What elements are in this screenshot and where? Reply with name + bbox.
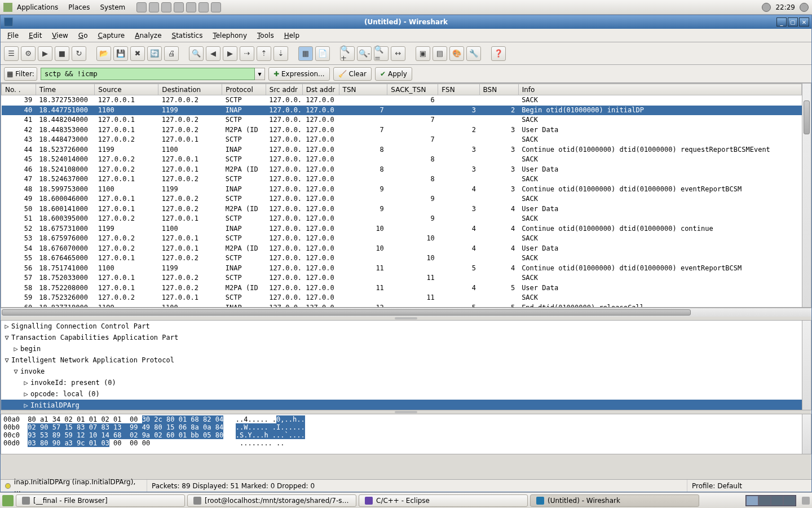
restart-capture-button[interactable]: ↻ (72, 46, 86, 61)
launcher-icon[interactable] (186, 2, 196, 12)
column-header[interactable]: Src addr (266, 84, 302, 95)
packet-row[interactable]: 4818.59975300011001199INAP127.0.0.127.0.… (2, 185, 802, 195)
gnome-menu-applications[interactable]: Applications (3, 2, 60, 12)
packet-row[interactable]: 5418.676070000127.0.0.2127.0.0.1M2PA (ID… (2, 244, 802, 254)
packet-row[interactable]: 5218.67573100011991100INAP127.0.0.127.0.… (2, 224, 802, 234)
taskbar-item[interactable]: [__final - File Browser] (16, 494, 185, 507)
menu-file[interactable]: File (3, 30, 23, 41)
show-desktop-button[interactable] (2, 495, 14, 506)
find-packet-button[interactable]: 🔍 (189, 46, 204, 61)
minimize-button[interactable]: _ (776, 17, 787, 27)
menu-analyze[interactable]: Analyze (130, 30, 166, 41)
zoom-100-button[interactable]: 🔍= (374, 46, 389, 61)
print-button[interactable]: 🖨 (164, 46, 179, 61)
gnome-menu-system[interactable]: System (98, 2, 127, 12)
menu-capture[interactable]: Capture (93, 30, 129, 41)
packet-details-pane[interactable]: ▷Signalling Connection Control Part▽Tran… (1, 320, 811, 410)
expand-arrow-icon[interactable]: ▷ (23, 379, 29, 387)
tree-node[interactable]: ▷invokeId: present (0) (1, 377, 811, 388)
reload-button[interactable]: 🔄 (147, 46, 162, 61)
volume-icon[interactable] (800, 3, 809, 12)
menu-telephony[interactable]: Telephony (208, 30, 251, 41)
go-last-button[interactable]: ⇣ (273, 46, 288, 61)
packet-row[interactable]: 5118.600395000127.0.0.2127.0.0.1SCTP127.… (2, 214, 802, 224)
tree-node[interactable]: ▷InitialDPArg (1, 400, 811, 410)
menu-help[interactable]: Help (280, 30, 304, 41)
display-filter-input[interactable] (41, 68, 255, 80)
go-first-button[interactable]: ⇡ (257, 46, 271, 61)
tree-node[interactable]: ▽Transaction Capabilities Application Pa… (1, 332, 811, 343)
zoom-in-button[interactable]: 🔍+ (340, 46, 355, 61)
tree-node[interactable]: ▽Intelligent Network Application Protoco… (1, 354, 811, 366)
packet-row[interactable]: 5618.75174100011001199INAP127.0.0.127.0.… (2, 264, 802, 274)
packet-row[interactable]: 6018.82771800011991100INAP127.0.0.127.0.… (2, 303, 802, 308)
taskbar-item[interactable]: C/C++ - Eclipse (359, 494, 528, 507)
column-header[interactable]: No. . (2, 84, 36, 95)
go-back-button[interactable]: ◀ (206, 46, 220, 61)
expand-arrow-icon[interactable]: ▷ (23, 401, 29, 409)
launcher-icon[interactable] (136, 2, 147, 12)
help-button[interactable]: ❓ (491, 46, 506, 61)
packet-row[interactable]: 5718.752033000127.0.0.1127.0.0.2SCTP127.… (2, 273, 802, 283)
trash-icon[interactable] (802, 497, 810, 505)
expand-arrow-icon[interactable]: ▷ (23, 390, 29, 398)
auto-scroll-button[interactable]: 📄 (315, 46, 330, 61)
packet-row[interactable]: 4718.524637000127.0.0.1127.0.0.2SCTP127.… (2, 174, 802, 185)
packet-row[interactable]: 4118.448204000127.0.0.1127.0.0.2SCTP127.… (2, 115, 802, 125)
resize-columns-button[interactable]: ↔ (391, 46, 405, 61)
packet-row[interactable]: 5518.676465000127.0.0.1127.0.0.2SCTP127.… (2, 253, 802, 264)
column-header[interactable]: Source (95, 84, 158, 95)
packet-list-hscrollbar[interactable] (1, 308, 811, 317)
packet-row[interactable]: 4618.524108000127.0.0.2127.0.0.1M2PA (ID… (2, 165, 802, 175)
capture-options-button[interactable]: ⚙ (21, 46, 36, 61)
column-header[interactable]: Time (36, 84, 95, 95)
expression-button[interactable]: ✚ Expression... (268, 67, 330, 81)
expand-arrow-icon[interactable]: ▷ (12, 345, 19, 353)
gnome-menu-places[interactable]: Places (66, 2, 92, 12)
column-header[interactable]: TSN (339, 84, 387, 95)
packet-row[interactable]: 4218.448353000127.0.0.1127.0.0.2M2PA (ID… (2, 125, 802, 135)
clear-filter-button[interactable]: 🧹 Clear (333, 67, 372, 81)
column-header[interactable]: Dst addr (302, 84, 339, 95)
titlebar[interactable]: (Untitled) - Wireshark _ ▢ ✕ (1, 15, 811, 29)
menu-tools[interactable]: Tools (253, 30, 279, 41)
preferences-button[interactable]: 🔧 (466, 46, 481, 61)
menu-edit[interactable]: Edit (24, 30, 46, 41)
filter-dropdown-button[interactable]: ▾ (255, 68, 265, 80)
start-capture-button[interactable]: ▶ (38, 46, 52, 61)
packet-row[interactable]: 4918.600046000127.0.0.1127.0.0.2SCTP127.… (2, 194, 802, 204)
status-expert-info[interactable]: inap.InitialDPArg (inap.InitialDPArg), … (1, 480, 147, 492)
packet-list-header[interactable]: No. .TimeSourceDestinationProtocolSrc ad… (2, 84, 802, 95)
go-forward-button[interactable]: ▶ (223, 46, 237, 61)
expand-arrow-icon[interactable]: ▷ (3, 322, 10, 330)
taskbar-item-active[interactable]: (Untitled) - Wireshark (530, 494, 699, 507)
tree-node[interactable]: ▷begin (1, 343, 811, 354)
packet-row[interactable]: 5018.600141000127.0.0.1127.0.0.2M2PA (ID… (2, 204, 802, 214)
stop-capture-button[interactable]: ■ (55, 46, 69, 61)
packet-row[interactable]: 4418.52372600011991100INAP127.0.0.127.0.… (2, 145, 802, 155)
taskbar-item[interactable]: [root@localhost:/mnt/storage/shared/7-s… (187, 494, 356, 507)
launcher-icon[interactable] (161, 2, 171, 12)
launcher-icon[interactable] (174, 2, 184, 12)
filter-bookmark-button[interactable]: ▦ Filter: (4, 67, 37, 81)
go-to-packet-button[interactable]: ⇢ (240, 46, 254, 61)
launcher-icon[interactable] (211, 2, 221, 12)
packet-row[interactable]: 5818.752208000127.0.0.1127.0.0.2M2PA (ID… (2, 283, 802, 294)
apply-filter-button[interactable]: ✔ Apply (375, 67, 412, 81)
menu-view[interactable]: View (47, 30, 72, 41)
colorize-button[interactable]: ▦ (298, 46, 313, 61)
packet-row[interactable]: 3918.372753000127.0.0.1127.0.0.2SCTP127.… (2, 95, 802, 106)
expand-arrow-icon[interactable]: ▽ (12, 367, 19, 375)
packet-row[interactable]: 4518.524014000127.0.0.2127.0.0.1SCTP127.… (2, 155, 802, 165)
status-profile[interactable]: Profile: Default (687, 480, 811, 492)
packet-list-vscrollbar[interactable] (802, 84, 811, 307)
bytes-vscrollbar[interactable] (802, 414, 811, 454)
maximize-button[interactable]: ▢ (788, 17, 798, 27)
column-header[interactable]: Info (518, 84, 801, 95)
open-file-button[interactable]: 📂 (96, 46, 111, 61)
column-header[interactable]: FSN (438, 84, 479, 95)
coloring-rules-button[interactable]: 🎨 (449, 46, 464, 61)
packet-row[interactable]: 4018.44775100011001199INAP127.0.0.127.0.… (2, 106, 802, 116)
expand-arrow-icon[interactable]: ▽ (3, 334, 10, 341)
save-file-button[interactable]: 💾 (113, 46, 128, 61)
